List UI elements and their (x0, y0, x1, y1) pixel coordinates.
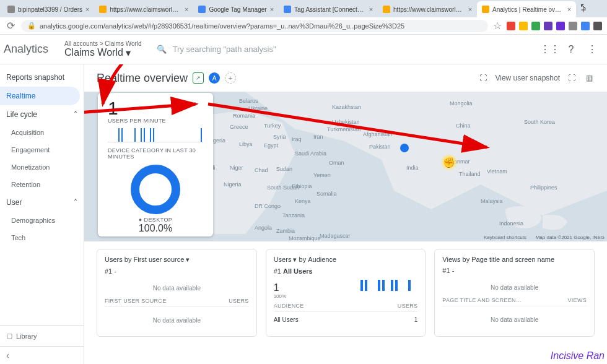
view-user-snapshot-button[interactable]: View user snapshot (495, 74, 560, 82)
realtime-map[interactable]: Belarus Ukraine Romania Greece Turkey Sy… (84, 92, 607, 241)
user-location-dot (400, 144, 409, 152)
help-icon[interactable]: ? (565, 43, 577, 56)
ext-icon[interactable] (519, 22, 528, 30)
sidebar-item-retention[interactable]: Retention (0, 176, 84, 193)
close-icon[interactable]: × (185, 6, 188, 13)
app-header: Analytics All accounts > Claims World Cl… (0, 35, 607, 64)
sparkline-chart (108, 126, 203, 142)
donut-chart (131, 165, 180, 214)
users-count: 1 (108, 99, 203, 118)
lock-icon: 🔒 (27, 22, 36, 30)
page-title: Realtime overview (97, 72, 188, 85)
reload-button[interactable]: ⟳ (5, 20, 16, 32)
users-per-min-label: USERS PER MINUTE (108, 118, 203, 124)
chevron-up-icon: ˄ (74, 198, 77, 207)
map-attribution: Map data ©2021 Google, INEG (536, 235, 605, 240)
sidebar-section-lifecycle[interactable]: Life cycle˄ (0, 105, 84, 124)
account-picker[interactable]: All accounts > Claims World Claims World… (57, 40, 149, 59)
chevron-down-icon: ▾ (126, 47, 131, 59)
search-placeholder: Try searching "path analysis" (173, 45, 276, 54)
ext-icon[interactable] (581, 22, 590, 30)
browser-tab-strip: bipinpatel3399 / Orders× https://www.cla… (0, 0, 607, 17)
ext-icon[interactable] (531, 22, 540, 30)
table-row[interactable]: All Users1 (274, 314, 418, 325)
sidebar: Reports snapshot Realtime Life cycle˄ Ac… (0, 64, 84, 364)
address-bar[interactable]: 🔒 analytics.google.com/analytics/web/#/p… (21, 20, 488, 32)
device-category-label: DEVICE CATEGORY IN LAST 30 MINUTES (108, 147, 203, 160)
close-icon[interactable]: × (369, 6, 373, 13)
menu-icon[interactable]: ▥ (583, 72, 595, 84)
share-icon[interactable]: ↗ (193, 72, 204, 84)
browser-tab[interactable]: Tag Assistant [Connected]× (279, 1, 378, 17)
cursor-highlight: ✊ (440, 154, 458, 171)
more-icon[interactable]: ⋮ (586, 43, 598, 56)
sidebar-section-user[interactable]: User˄ (0, 193, 84, 212)
url-text: analytics.google.com/analytics/web/#/p28… (40, 22, 404, 30)
donut-legend: ● DESKTOP (108, 217, 203, 223)
chevron-up-icon: ˄ (74, 110, 77, 119)
sidebar-item-library[interactable]: ▢Library (0, 325, 84, 346)
close-icon[interactable]: × (468, 6, 472, 13)
fullscreen-icon[interactable]: ⛶ (566, 72, 577, 84)
apps-icon[interactable]: ⋮⋮ (544, 43, 556, 56)
sidebar-collapse[interactable]: ‹ (0, 346, 84, 364)
sidebar-item-realtime[interactable]: Realtime (0, 87, 80, 105)
close-icon[interactable]: × (85, 6, 89, 13)
sidebar-item-snapshot[interactable]: Reports snapshot (0, 68, 84, 87)
browser-tab[interactable]: Google Tag Manager× (193, 1, 279, 17)
close-icon[interactable]: × (270, 6, 274, 13)
sidebar-item-monetization[interactable]: Monetization (0, 158, 84, 176)
ext-icon[interactable] (507, 22, 515, 30)
new-tab-button[interactable]: ＋↖ (576, 2, 591, 17)
cursor-icon: ↖ (580, 1, 587, 11)
users-card: 1 USERS PER MINUTE DEVI (98, 93, 213, 236)
extensions (507, 22, 602, 30)
browser-tab-active[interactable]: Analytics | Realtime overview× (477, 1, 576, 17)
card-first-user-source: Users by First user source ▾ #1 - No dat… (97, 249, 257, 337)
ext-icon[interactable] (569, 22, 577, 30)
card-audience: Users ▾ by Audience #1 All Users 1 100% (266, 249, 426, 337)
keyboard-shortcuts[interactable]: Keyboard shortcuts (484, 235, 526, 240)
watermark: Incisive Ran (551, 350, 605, 362)
browser-tab[interactable]: bipinpatel3399 / Orders× (2, 1, 94, 17)
sidebar-item-acquisition[interactable]: Acquisition (0, 124, 84, 141)
search-input[interactable]: 🔍 Try searching "path analysis" (149, 45, 535, 54)
brand: Analytics (0, 43, 57, 56)
close-icon[interactable]: × (567, 6, 571, 13)
add-comparison[interactable]: + (225, 72, 236, 84)
browser-toolbar: ⟳ 🔒 analytics.google.com/analytics/web/#… (0, 17, 607, 35)
breadcrumb: All accounts > Claims World (64, 40, 142, 47)
donut-value: 100.0% (108, 223, 203, 234)
page-title-bar: Realtime overview ↗ A + ⛶ View user snap… (84, 64, 607, 92)
sidebar-item-engagement[interactable]: Engagement (0, 141, 84, 158)
ext-icon[interactable] (544, 22, 552, 30)
browser-tab[interactable]: https://www.claimsworld.com/× (94, 1, 193, 17)
search-icon: 🔍 (157, 45, 167, 54)
library-icon: ▢ (6, 332, 12, 340)
user-snapshot-icon: ⛶ (478, 72, 489, 84)
cards-row: Users by First user source ▾ #1 - No dat… (84, 241, 607, 337)
browser-tab[interactable]: https://www.claimsworld.com/× (378, 1, 477, 17)
sidebar-item-tech[interactable]: Tech (0, 229, 84, 246)
ext-icon[interactable] (556, 22, 565, 30)
compare-a[interactable]: A (209, 72, 220, 84)
card-page-title: Views by Page title and screen name #1 -… (434, 249, 595, 337)
sidebar-item-demographics[interactable]: Demographics (0, 212, 84, 229)
bookmark-icon[interactable]: ☆ (493, 20, 502, 32)
ext-icon[interactable] (593, 22, 602, 30)
content: Realtime overview ↗ A + ⛶ View user snap… (84, 64, 607, 364)
